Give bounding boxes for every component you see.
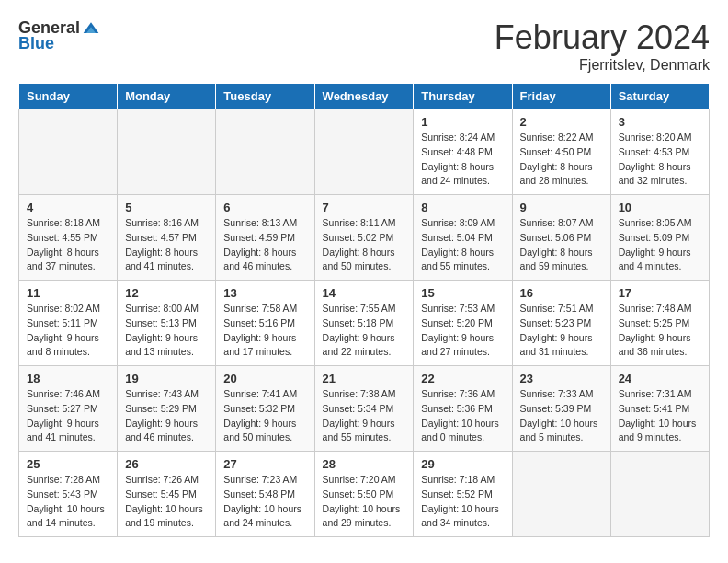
calendar-cell [216, 109, 314, 195]
calendar-cell: 27Sunrise: 7:23 AM Sunset: 5:48 PM Dayli… [216, 452, 314, 537]
day-info: Sunrise: 7:20 AM Sunset: 5:50 PM Dayligh… [323, 473, 406, 531]
day-info: Sunrise: 8:24 AM Sunset: 4:48 PM Dayligh… [421, 131, 504, 189]
calendar-cell: 26Sunrise: 7:26 AM Sunset: 5:45 PM Dayli… [118, 452, 216, 537]
calendar-header-sunday: Sunday [19, 84, 118, 109]
calendar-cell: 13Sunrise: 7:58 AM Sunset: 5:16 PM Dayli… [216, 281, 314, 366]
day-info: Sunrise: 8:00 AM Sunset: 5:13 PM Dayligh… [125, 302, 208, 360]
day-info: Sunrise: 8:02 AM Sunset: 5:11 PM Dayligh… [27, 302, 109, 360]
day-info: Sunrise: 8:07 AM Sunset: 5:06 PM Dayligh… [520, 216, 603, 274]
day-info: Sunrise: 8:18 AM Sunset: 4:55 PM Dayligh… [27, 216, 109, 274]
day-number: 7 [323, 201, 406, 214]
day-info: Sunrise: 7:36 AM Sunset: 5:36 PM Dayligh… [421, 387, 504, 445]
calendar-cell [19, 109, 118, 195]
calendar-cell: 2Sunrise: 8:22 AM Sunset: 4:50 PM Daylig… [512, 109, 610, 195]
calendar-header-friday: Friday [512, 84, 610, 109]
day-info: Sunrise: 7:23 AM Sunset: 5:48 PM Dayligh… [223, 473, 306, 531]
calendar-cell: 9Sunrise: 8:07 AM Sunset: 5:06 PM Daylig… [512, 195, 610, 281]
day-info: Sunrise: 8:05 AM Sunset: 5:09 PM Dayligh… [619, 216, 701, 274]
calendar-cell: 1Sunrise: 8:24 AM Sunset: 4:48 PM Daylig… [414, 109, 512, 195]
day-info: Sunrise: 7:38 AM Sunset: 5:34 PM Dayligh… [323, 387, 406, 445]
day-number: 25 [27, 457, 109, 471]
day-number: 2 [520, 115, 603, 129]
calendar-cell [610, 452, 709, 537]
day-number: 4 [27, 201, 109, 214]
day-info: Sunrise: 7:46 AM Sunset: 5:27 PM Dayligh… [27, 387, 109, 445]
day-number: 27 [223, 457, 306, 471]
day-info: Sunrise: 7:53 AM Sunset: 5:20 PM Dayligh… [421, 302, 504, 360]
day-info: Sunrise: 7:18 AM Sunset: 5:52 PM Dayligh… [421, 473, 504, 531]
day-number: 5 [125, 201, 208, 214]
day-number: 17 [619, 286, 701, 300]
day-number: 11 [27, 286, 109, 300]
day-number: 23 [520, 372, 603, 385]
day-number: 16 [520, 286, 603, 300]
day-number: 22 [421, 372, 504, 385]
day-info: Sunrise: 8:16 AM Sunset: 4:57 PM Dayligh… [125, 216, 208, 274]
day-info: Sunrise: 7:31 AM Sunset: 5:41 PM Dayligh… [619, 387, 701, 445]
day-number: 20 [223, 372, 306, 385]
day-number: 21 [323, 372, 406, 385]
calendar-cell: 24Sunrise: 7:31 AM Sunset: 5:41 PM Dayli… [610, 366, 709, 452]
day-info: Sunrise: 7:43 AM Sunset: 5:29 PM Dayligh… [125, 387, 208, 445]
day-info: Sunrise: 7:55 AM Sunset: 5:18 PM Dayligh… [323, 302, 406, 360]
logo: General Blue [18, 18, 100, 53]
calendar-cell: 29Sunrise: 7:18 AM Sunset: 5:52 PM Dayli… [414, 452, 512, 537]
calendar-header-monday: Monday [118, 84, 216, 109]
day-number: 24 [619, 372, 701, 385]
day-number: 6 [223, 201, 306, 214]
day-info: Sunrise: 7:26 AM Sunset: 5:45 PM Dayligh… [125, 473, 208, 531]
day-number: 19 [125, 372, 208, 385]
day-number: 13 [223, 286, 306, 300]
calendar-header-saturday: Saturday [610, 84, 709, 109]
day-number: 12 [125, 286, 208, 300]
day-number: 18 [27, 372, 109, 385]
logo-icon [82, 19, 100, 38]
day-info: Sunrise: 8:20 AM Sunset: 4:53 PM Dayligh… [619, 131, 701, 189]
day-number: 9 [520, 201, 603, 214]
logo-blue-text: Blue [18, 34, 54, 53]
day-number: 15 [421, 286, 504, 300]
title-section: February 2024 Fjerritslev, Denmark [495, 18, 710, 74]
day-info: Sunrise: 7:48 AM Sunset: 5:25 PM Dayligh… [619, 302, 701, 360]
day-number: 8 [421, 201, 504, 214]
day-number: 10 [619, 201, 701, 214]
calendar-cell: 22Sunrise: 7:36 AM Sunset: 5:36 PM Dayli… [414, 366, 512, 452]
calendar-cell: 21Sunrise: 7:38 AM Sunset: 5:34 PM Dayli… [314, 366, 414, 452]
calendar-cell [118, 109, 216, 195]
day-info: Sunrise: 7:51 AM Sunset: 5:23 PM Dayligh… [520, 302, 603, 360]
calendar-cell: 20Sunrise: 7:41 AM Sunset: 5:32 PM Dayli… [216, 366, 314, 452]
calendar-table: SundayMondayTuesdayWednesdayThursdayFrid… [18, 83, 710, 537]
day-number: 29 [421, 457, 504, 471]
calendar-week-row: 11Sunrise: 8:02 AM Sunset: 5:11 PM Dayli… [19, 281, 710, 366]
calendar-cell: 25Sunrise: 7:28 AM Sunset: 5:43 PM Dayli… [19, 452, 118, 537]
calendar-cell: 10Sunrise: 8:05 AM Sunset: 5:09 PM Dayli… [610, 195, 709, 281]
calendar-cell [314, 109, 414, 195]
calendar-week-row: 4Sunrise: 8:18 AM Sunset: 4:55 PM Daylig… [19, 195, 710, 281]
calendar-cell: 3Sunrise: 8:20 AM Sunset: 4:53 PM Daylig… [610, 109, 709, 195]
day-number: 26 [125, 457, 208, 471]
location: Fjerritslev, Denmark [495, 57, 710, 74]
calendar-cell: 23Sunrise: 7:33 AM Sunset: 5:39 PM Dayli… [512, 366, 610, 452]
calendar-week-row: 25Sunrise: 7:28 AM Sunset: 5:43 PM Dayli… [19, 452, 710, 537]
day-number: 1 [421, 115, 504, 129]
calendar-cell: 18Sunrise: 7:46 AM Sunset: 5:27 PM Dayli… [19, 366, 118, 452]
calendar-week-row: 18Sunrise: 7:46 AM Sunset: 5:27 PM Dayli… [19, 366, 710, 452]
day-info: Sunrise: 7:41 AM Sunset: 5:32 PM Dayligh… [223, 387, 306, 445]
month-title: February 2024 [495, 18, 710, 57]
calendar-cell: 17Sunrise: 7:48 AM Sunset: 5:25 PM Dayli… [610, 281, 709, 366]
calendar-cell: 28Sunrise: 7:20 AM Sunset: 5:50 PM Dayli… [314, 452, 414, 537]
calendar-cell: 14Sunrise: 7:55 AM Sunset: 5:18 PM Dayli… [314, 281, 414, 366]
calendar-cell: 5Sunrise: 8:16 AM Sunset: 4:57 PM Daylig… [118, 195, 216, 281]
calendar-cell: 19Sunrise: 7:43 AM Sunset: 5:29 PM Dayli… [118, 366, 216, 452]
day-info: Sunrise: 8:13 AM Sunset: 4:59 PM Dayligh… [223, 216, 306, 274]
calendar-header-wednesday: Wednesday [314, 84, 414, 109]
day-number: 14 [323, 286, 406, 300]
day-number: 28 [323, 457, 406, 471]
calendar-header-thursday: Thursday [414, 84, 512, 109]
calendar-cell: 16Sunrise: 7:51 AM Sunset: 5:23 PM Dayli… [512, 281, 610, 366]
calendar-cell: 6Sunrise: 8:13 AM Sunset: 4:59 PM Daylig… [216, 195, 314, 281]
day-info: Sunrise: 7:33 AM Sunset: 5:39 PM Dayligh… [520, 387, 603, 445]
calendar-week-row: 1Sunrise: 8:24 AM Sunset: 4:48 PM Daylig… [19, 109, 710, 195]
calendar-cell [512, 452, 610, 537]
calendar-header-tuesday: Tuesday [216, 84, 314, 109]
